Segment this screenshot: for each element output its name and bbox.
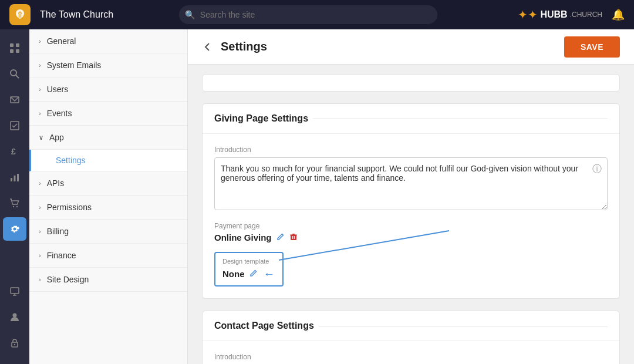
giving-section-title: Giving Page Settings: [214, 113, 608, 124]
chevron-down-icon: ∨: [39, 134, 43, 141]
svg-point-19: [14, 344, 15, 345]
header-left: Settings: [202, 40, 267, 53]
nav-pound[interactable]: £: [3, 140, 26, 163]
nav-chart[interactable]: [3, 166, 26, 189]
edit-template-icon[interactable]: [249, 269, 258, 279]
svg-rect-0: [10, 43, 14, 47]
design-template-wrapper: Design template None ←: [214, 242, 284, 287]
sidebar-sub-settings[interactable]: Settings: [29, 150, 187, 171]
design-template-value-row: None ←: [222, 267, 275, 281]
sidebar-item-label: Events: [47, 109, 72, 118]
sidebar-item-label: Users: [47, 85, 69, 94]
svg-rect-20: [291, 235, 296, 240]
svg-rect-22: [290, 235, 297, 236]
svg-point-4: [11, 70, 16, 76]
payment-page-block: Payment page Online Giving: [214, 222, 608, 242]
svg-rect-2: [10, 49, 14, 53]
sidebar-item-system-emails[interactable]: › System Emails: [29, 53, 187, 77]
app-title: The Town Church: [40, 9, 134, 20]
sidebar-item-label: Finance: [47, 251, 76, 260]
design-template-value: None: [222, 269, 245, 279]
svg-rect-23: [292, 236, 293, 239]
top-spacer-card: [202, 74, 620, 92]
icon-rail: £: [0, 29, 29, 364]
sidebar-item-label: Billing: [47, 227, 69, 236]
sidebar-item-label: General: [47, 36, 76, 46]
chevron-right-icon: ›: [39, 110, 41, 117]
contact-section-title: Contact Page Settings: [214, 321, 608, 331]
payment-page-value: Online Giving: [214, 232, 272, 242]
search-input[interactable]: [179, 5, 437, 24]
hubb-logo: ✦✦ HUBB .CHURCH: [518, 8, 602, 22]
svg-rect-1: [16, 43, 19, 47]
hubb-sub: .CHURCH: [570, 11, 602, 19]
delete-payment-icon[interactable]: [289, 232, 298, 242]
chevron-right-icon: ›: [39, 86, 41, 93]
sidebar-item-label: APIs: [47, 178, 65, 188]
svg-point-17: [13, 314, 17, 318]
sidebar-item-apis[interactable]: › APIs: [29, 171, 187, 196]
svg-rect-9: [11, 178, 12, 181]
page-title: Settings: [221, 40, 267, 53]
nav-person[interactable]: [3, 305, 26, 329]
svg-rect-10: [14, 176, 16, 181]
sidebar-item-label: App: [49, 133, 64, 142]
app-logo: [9, 4, 31, 25]
search-bar: 🔍: [179, 5, 437, 24]
payment-value-row: Online Giving: [214, 232, 608, 242]
payment-page-label: Payment page: [214, 222, 608, 230]
nav-cart[interactable]: [3, 191, 26, 215]
svg-rect-24: [294, 236, 294, 239]
contact-page-settings-card: Contact Page Settings Introduction We'd …: [202, 311, 620, 364]
content-scroll: Giving Page Settings Introduction Thank …: [188, 74, 634, 364]
info-icon: ⓘ: [592, 163, 602, 176]
sidebar-item-events[interactable]: › Events: [29, 102, 187, 126]
nav-tasks[interactable]: [3, 114, 26, 137]
nav-grid[interactable]: [3, 36, 26, 60]
chevron-right-icon: ›: [39, 62, 41, 69]
nav-lock[interactable]: [3, 331, 26, 355]
save-button[interactable]: SAVE: [564, 36, 620, 58]
contact-intro-label: Introduction: [214, 353, 608, 361]
intro-field-wrapper: Thank you so much for your financial sup…: [214, 157, 608, 213]
svg-point-12: [13, 206, 14, 207]
hubb-icon: ✦✦: [518, 8, 538, 22]
svg-point-13: [16, 206, 18, 207]
edit-payment-icon[interactable]: [276, 232, 285, 242]
chevron-right-icon: ›: [39, 38, 41, 45]
main-layout: £: [0, 29, 634, 364]
sidebar-item-label: Site Design: [47, 275, 89, 284]
sidebar-item-billing[interactable]: › Billing: [29, 220, 187, 244]
svg-line-5: [16, 75, 19, 78]
intro-label: Introduction: [214, 146, 608, 154]
chevron-right-icon: ›: [39, 228, 41, 235]
sidebar-item-users[interactable]: › Users: [29, 77, 187, 102]
contact-card-header: Contact Page Settings: [203, 311, 619, 341]
nav-monitor[interactable]: [3, 279, 26, 303]
contact-card-body: Introduction We'd love to hear from you!…: [203, 341, 619, 364]
sidebar-item-general[interactable]: › General: [29, 29, 187, 53]
sidebar-item-finance[interactable]: › Finance: [29, 244, 187, 268]
topbar: The Town Church 🔍 ✦✦ HUBB .CHURCH 🔔: [0, 0, 634, 29]
svg-rect-3: [16, 49, 19, 53]
nav-search[interactable]: [3, 62, 26, 86]
content-area: Settings SAVE Giving Page Settings Intro…: [188, 29, 634, 364]
chevron-right-icon: ›: [39, 180, 41, 187]
topbar-right: ✦✦ HUBB .CHURCH 🔔: [518, 8, 625, 22]
svg-text:£: £: [11, 147, 16, 156]
giving-card-body: Introduction Thank you so much for your …: [203, 134, 619, 298]
back-button[interactable]: [202, 41, 214, 53]
intro-textarea[interactable]: Thank you so much for your financial sup…: [214, 157, 608, 210]
design-template-block: Design template None ←: [214, 252, 284, 287]
sidebar-item-label: Permissions: [47, 203, 92, 212]
nav-mail[interactable]: [3, 88, 26, 112]
chevron-right-icon: ›: [39, 276, 41, 283]
sidebar-item-site-design[interactable]: › Site Design: [29, 268, 187, 292]
sidebar-item-permissions[interactable]: › Permissions: [29, 196, 187, 220]
svg-rect-14: [11, 288, 19, 294]
sidebar: › General › System Emails › Users › Even…: [29, 29, 188, 364]
nav-settings[interactable]: [3, 217, 26, 241]
settings-header: Settings SAVE: [188, 29, 634, 65]
bell-icon[interactable]: 🔔: [612, 8, 625, 21]
sidebar-item-app[interactable]: ∨ App: [29, 126, 187, 150]
